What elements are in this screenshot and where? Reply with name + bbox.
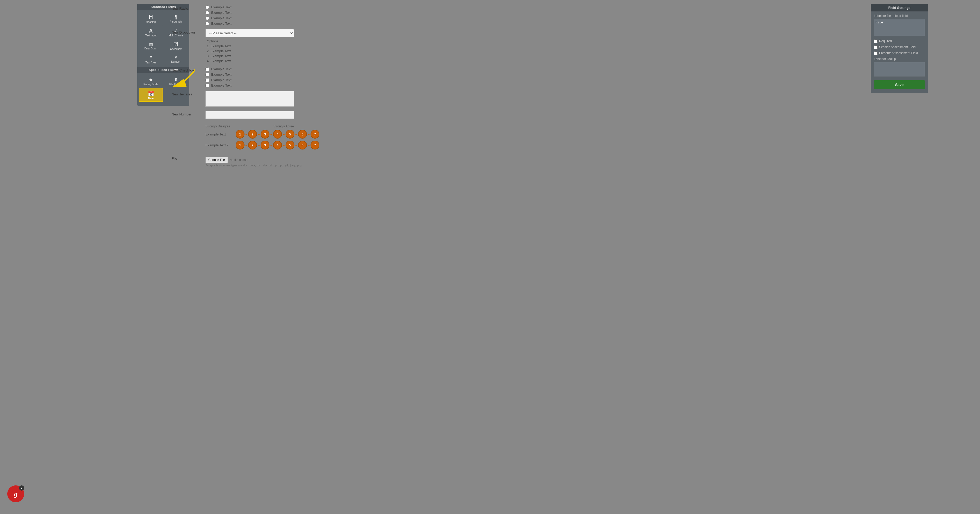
choose-file-button[interactable]: Choose File: [205, 157, 228, 163]
presenter-assessment-checkbox[interactable]: [874, 51, 878, 55]
dropdown-option-item: 4. Example Text: [207, 59, 312, 63]
options-title: Options:: [207, 39, 312, 44]
presenter-assessment-row: Presenter Assessment Field: [874, 51, 925, 55]
date-icon: 📅: [148, 91, 154, 96]
rating-row-label: Example Text: [205, 132, 234, 136]
logo-circle: g 7: [7, 485, 24, 502]
checkbox-option-text: Example Text: [211, 84, 231, 87]
radio-label: New Radio: [172, 5, 205, 10]
radio-input[interactable]: [205, 11, 209, 14]
rating-connector: [270, 134, 272, 135]
rating-connector: [296, 145, 297, 146]
file-label: File: [172, 155, 205, 160]
textarea-label: New Textarea: [172, 91, 205, 96]
upload-field-label: Label for file upload field: [874, 14, 925, 18]
rating-row-1: Example Text 1 2 3 4 5 6 7: [205, 130, 320, 138]
file-no-chosen: No file chosen: [229, 158, 249, 162]
checkbox-input[interactable]: [205, 67, 209, 71]
sidebar-item-label: Text Input: [145, 34, 156, 37]
rating-ball[interactable]: 5: [286, 141, 294, 149]
file-input-row: Choose File No file chosen: [205, 157, 312, 163]
sidebar-item-date[interactable]: 📅 Date: [138, 88, 163, 102]
rating-ball[interactable]: 3: [261, 130, 269, 138]
checkbox-input[interactable]: [205, 84, 209, 87]
number-input[interactable]: [205, 111, 294, 119]
rating-row-2: Example Text 2 1 2 3 4 5 6 7: [205, 141, 320, 149]
dropdown-container: -- Please Select -- Example Text Options…: [205, 29, 312, 63]
rating-section: Strongly Disagree Strongly Agree Example…: [205, 125, 320, 152]
radio-item[interactable]: Example Text: [205, 16, 312, 20]
rating-ball[interactable]: 5: [286, 130, 294, 138]
dropdown-option-item: 1. Example Text: [207, 44, 312, 49]
checkbox-group: Example Text Example Text Example Text E…: [205, 67, 312, 87]
dropdown-field-row: New Dropdown -- Please Select -- Example…: [172, 29, 312, 63]
checkbox-option-text: Example Text: [211, 73, 231, 76]
checkbox-option-text: Example Text: [211, 78, 231, 82]
radio-item[interactable]: Example Text: [205, 11, 312, 14]
radio-input[interactable]: [205, 5, 209, 9]
save-button[interactable]: Save: [874, 80, 925, 89]
dropdown-select[interactable]: -- Please Select -- Example Text: [205, 29, 294, 37]
rating-ball[interactable]: 3: [261, 141, 269, 149]
upload-label-input[interactable]: File: [874, 19, 925, 36]
rating-balls: 1 2 3 4 5 6 7: [235, 141, 320, 149]
rating-connector: [308, 134, 310, 135]
radio-option-text: Example Text: [211, 11, 231, 14]
dropdown-options-list: Options: 1. Example Text 2. Example Text…: [205, 39, 312, 63]
required-checkbox[interactable]: [874, 40, 878, 43]
checkbox-item[interactable]: Example Text: [205, 78, 312, 82]
drop-down-icon: ▤: [149, 42, 153, 46]
logo-badge: 7: [19, 485, 24, 490]
tooltip-label: Label for Tooltip: [874, 57, 925, 61]
sidebar-item-rating-scale[interactable]: ★ Rating Scale: [138, 75, 163, 87]
checkbox-item[interactable]: Example Text: [205, 67, 312, 71]
rating-ball[interactable]: 1: [235, 130, 245, 138]
rating-ball[interactable]: 4: [273, 130, 282, 138]
text-area-icon: ❝: [150, 55, 153, 60]
rating-connector: [296, 134, 297, 135]
radio-option-text: Example Text: [211, 5, 231, 9]
rating-connector: [258, 145, 259, 146]
rating-ball[interactable]: 6: [298, 130, 307, 138]
file-upload-row: File Choose File No file chosen Acceptab…: [172, 155, 312, 167]
radio-option-text: Example Text: [211, 22, 231, 25]
tooltip-textarea[interactable]: [874, 62, 925, 76]
file-section: Choose File No file chosen Acceptable do…: [205, 157, 312, 167]
checkbox-option-text: Example Text: [211, 67, 231, 71]
rating-ball[interactable]: 1: [235, 141, 245, 149]
checkbox-input[interactable]: [205, 78, 209, 82]
sidebar-item-drop-down[interactable]: ▤ Drop Down: [138, 39, 163, 52]
sidebar-item-label: Drop Down: [144, 47, 158, 50]
radio-option-text: Example Text: [211, 16, 231, 20]
rating-ball[interactable]: 4: [273, 141, 282, 149]
sidebar-item-heading[interactable]: H Heading: [138, 11, 163, 25]
field-settings-body: Label for file upload field File Require…: [871, 14, 928, 89]
required-checkbox-row: Required: [874, 39, 925, 43]
checkbox-item[interactable]: Example Text: [205, 73, 312, 76]
radio-input[interactable]: [205, 16, 209, 20]
strongly-disagree-label: Strongly Disagree: [205, 125, 230, 128]
radio-item[interactable]: Example Text: [205, 5, 312, 9]
radio-input[interactable]: [205, 22, 209, 25]
textarea-container: [205, 91, 312, 107]
rating-ball[interactable]: 7: [310, 141, 320, 149]
rating-scale-icon: ★: [148, 77, 153, 82]
logo-letter: g: [14, 490, 18, 498]
radio-group: Example Text Example Text Example Text E…: [205, 5, 312, 25]
rating-ball[interactable]: 2: [248, 130, 257, 138]
sidebar-item-text-area[interactable]: ❝ Text Area: [138, 52, 163, 65]
rating-ball[interactable]: 2: [248, 141, 257, 149]
session-assessment-label: Session Assessment Field: [879, 45, 915, 49]
file-hint: Acceptable document types are .doc, .doc…: [205, 164, 312, 167]
rating-connector: [258, 134, 259, 135]
number-field-row: New Number: [172, 111, 312, 119]
textarea-input[interactable]: [205, 91, 294, 106]
rating-ball[interactable]: 6: [298, 141, 307, 149]
rating-ball[interactable]: 7: [310, 130, 320, 138]
checkbox-input[interactable]: [205, 73, 209, 76]
session-assessment-checkbox[interactable]: [874, 46, 878, 49]
radio-item[interactable]: Example Text: [205, 22, 312, 25]
checkbox-item[interactable]: Example Text: [205, 84, 312, 87]
dropdown-option-item: 2. Example Text: [207, 49, 312, 54]
sidebar-item-text-input[interactable]: A Text Input: [138, 25, 163, 38]
